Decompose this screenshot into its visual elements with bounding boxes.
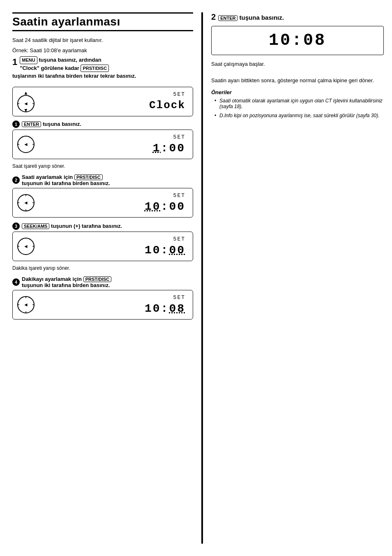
display-left-s3: ◄ (17, 235, 37, 257)
substep4-text: Dakikayı ayarlamak için PRST/DISC tuşunu… (22, 276, 111, 288)
step1-number: 1 (12, 57, 17, 67)
substep3: 3 SEEK/AMS tuşunun (+) tarafına basınız.… (12, 222, 193, 271)
running-text-1: Saat çalışmaya başlar. (211, 61, 384, 67)
substep3-text: SEEK/AMS tuşunun (+) tarafına basınız. (22, 223, 122, 229)
enter-key-1: ENTER (22, 121, 41, 127)
lcd-display-s3: 10:00 (145, 244, 185, 257)
substep1-label: 1 ENTER tuşuna basınız. (12, 120, 193, 128)
display-right-s4: 5ET 10:08 (37, 294, 189, 315)
circle-3: 3 (12, 222, 20, 230)
display-box-1: ◄ 5ET 1:00 (12, 130, 193, 159)
display-left-s1: ◄ (17, 133, 37, 155)
set-label-s4: 5ET (173, 294, 185, 301)
step2-lcd: 10:08 (269, 31, 326, 50)
display-left-s4: ◄ (17, 294, 37, 316)
tip-2: D.Info kipi on pozisyonuna ayarlanmış is… (214, 113, 384, 118)
left-column: Saatin ayarlanması Saat 24 saatlik dijit… (12, 12, 193, 544)
page: Saatin ayarlanması Saat 24 saatlik dijit… (0, 0, 392, 556)
page-title: Saatin ayarlanması (12, 12, 193, 31)
menu-key: MENU (20, 56, 37, 64)
substep2-text: Saati ayarlamak için PRST/DISC tuşunun i… (22, 174, 110, 186)
display-right-1: 5ET Clock (37, 91, 189, 111)
svg-text:◄: ◄ (23, 101, 28, 107)
display-box-4: ◄ 5ET 10:08 (12, 290, 193, 320)
circle-1: 1 (12, 120, 20, 128)
circle-2: 2 (12, 176, 20, 184)
substep1: 1 ENTER tuşuna basınız. ◄ 5ET 1:00 (12, 120, 193, 169)
note1: Saat işareti yanıp söner. (12, 163, 193, 169)
set-label-s3: 5ET (173, 236, 185, 242)
display-right-s2: 5ET 10:00 (37, 192, 189, 213)
step2-number: 2 (211, 12, 216, 22)
seek-ams-key: SEEK/AMS (22, 223, 49, 229)
prst-disc-key-4: PRST/DISC (83, 276, 112, 282)
display-right-s1: 5ET 1:00 (37, 134, 189, 155)
svg-text:▼: ▼ (23, 107, 28, 113)
prst-disc-key-2: PRST/DISC (74, 174, 103, 180)
substep2-label: 2 Saati ayarlamak için PRST/DISC tuşunun… (12, 174, 193, 186)
dial-svg-1: ▲ ◄ ▼ (17, 90, 37, 113)
substep1-text: ENTER tuşuna basınız. (22, 121, 81, 127)
display-left-1: ▲ ◄ ▼ (17, 90, 37, 113)
right-column: 2 ENTER tuşuna basınız. 10:08 Saat çalış… (201, 12, 384, 544)
running-text-2: Saatin ayarı bittikten sonra, gösterge n… (211, 77, 384, 83)
circle-4: 4 (12, 278, 20, 286)
note2: Dakika işareti yanıp söner. (12, 265, 193, 271)
tips-title: Öneriler (211, 89, 384, 95)
clock-display: Clock (149, 99, 185, 111)
substep2: 2 Saati ayarlamak için PRST/DISC tuşunun… (12, 174, 193, 218)
display-box-clock: ▲ ◄ ▼ 5ET Clock (12, 87, 193, 116)
step2-header: 2 ENTER tuşuna basınız. (211, 12, 384, 22)
prst-disc-key: PRST/DISC (81, 65, 109, 72)
enter-key-2: ENTER (218, 15, 238, 21)
svg-text:◄: ◄ (23, 200, 28, 206)
lcd-display-s4: 10:08 (145, 302, 185, 315)
set-label-1: 5ET (173, 91, 185, 97)
lcd-display-s1: 1:00 (153, 142, 185, 155)
step1-text: MENU tuşuna basınız, ardından "Clock" gö… (12, 56, 193, 80)
svg-text:◄: ◄ (23, 141, 28, 147)
dial-svg-s4: ◄ (17, 294, 37, 316)
substep4-label: 4 Dakikayı ayarlamak için PRST/DISC tuşu… (12, 276, 193, 288)
dial-svg-s3: ◄ (17, 235, 37, 257)
dial-svg-s1: ◄ (17, 133, 37, 155)
step2-text: ENTER tuşuna basınız. (218, 14, 284, 21)
display-box-3: ◄ 5ET 10:00 (12, 232, 193, 261)
substep3-label: 3 SEEK/AMS tuşunun (+) tarafına basınız. (12, 222, 193, 230)
set-label-s2: 5ET (173, 192, 185, 199)
lcd-display-s2: 10:00 (145, 200, 185, 213)
display-right-s3: 5ET 10:00 (37, 236, 189, 257)
step2-display: 10:08 (211, 26, 384, 55)
display-left-s2: ◄ (17, 192, 37, 214)
example-label: Örnek: Saati 10:08'e ayarlamak (12, 47, 193, 53)
set-label-s1: 5ET (173, 134, 185, 140)
svg-text:◄: ◄ (23, 302, 28, 308)
step1: 1 MENU tuşuna basınız, ardından "Clock" … (12, 56, 193, 83)
subtitle: Saat 24 saatlik dijital bir işaret kulla… (12, 37, 193, 43)
tips-list: Saati otomatik olarak ayarlamak için uyg… (211, 98, 384, 118)
display-box-2: ◄ 5ET 10:00 (12, 188, 193, 218)
tip-1: Saati otomatik olarak ayarlamak için uyg… (214, 98, 384, 109)
substep4: 4 Dakikayı ayarlamak için PRST/DISC tuşu… (12, 276, 193, 320)
svg-text:◄: ◄ (23, 243, 28, 249)
dial-svg-s2: ◄ (17, 192, 37, 214)
